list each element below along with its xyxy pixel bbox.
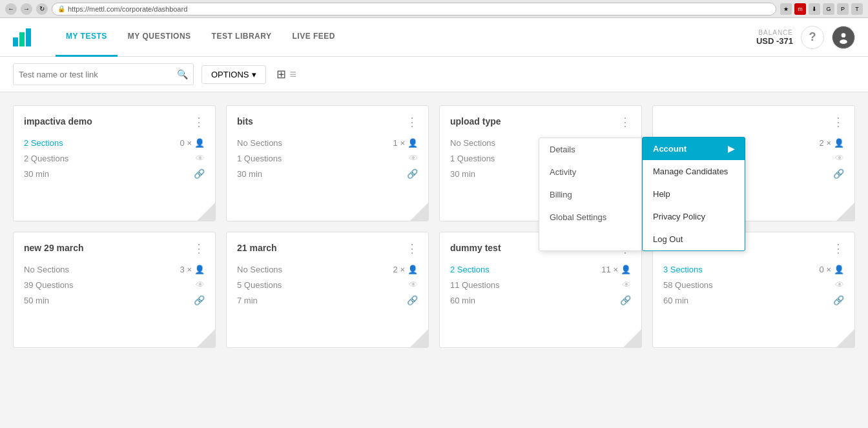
card-body: No Sections 1 × 👤 1 Questions 👁 30 min 🔗: [237, 138, 418, 179]
nav-tab-my-tests[interactable]: MY TESTS: [56, 18, 118, 57]
options-button[interactable]: OPTIONS ▾: [202, 65, 266, 84]
help-button[interactable]: ?: [801, 26, 824, 49]
sections-stat: No Sections: [450, 138, 495, 148]
dropdown-item-global-settings[interactable]: Global Settings: [539, 206, 641, 229]
sections-stat: 2 Sections: [450, 265, 490, 274]
account-label: Account: [653, 144, 687, 154]
search-box[interactable]: 🔍: [13, 63, 194, 85]
options-arrow: ▾: [252, 70, 256, 79]
reload-button[interactable]: ↻: [36, 3, 48, 15]
dropdown-item-details[interactable]: Details: [539, 138, 641, 161]
questions-stat: 11 Questions: [450, 280, 500, 290]
account-submenu-header[interactable]: Account ▶: [643, 138, 745, 160]
candidate-icon: 👤: [408, 265, 418, 274]
eye-icon: 👁: [409, 153, 418, 163]
card-row-sections: 2 Sections 0 × 👤: [24, 138, 205, 148]
time-stat: 50 min: [24, 296, 49, 305]
nav-tab-live-feed[interactable]: LIVE FEED: [282, 18, 346, 57]
candidates: 0 × 👤: [820, 265, 844, 274]
card-row-questions: 39 Questions 👁: [24, 280, 205, 290]
dropdown-item-activity[interactable]: Activity: [539, 161, 641, 183]
nav-tabs: MY TESTS MY QUESTIONS TEST LIBRARY LIVE …: [56, 18, 346, 57]
submenu-item-help[interactable]: Help: [643, 183, 745, 205]
candidates-count: 2 ×: [820, 138, 831, 148]
candidates: 2 × 👤: [820, 138, 844, 148]
nav-tab-my-questions[interactable]: MY QUESTIONS: [118, 18, 202, 57]
card-header: new 29 march ⋮: [24, 243, 205, 254]
card-row-sections: No Sections 2 × 👤: [237, 265, 418, 274]
questions-stat: 58 Questions: [663, 280, 713, 290]
ext5-button[interactable]: T: [851, 3, 863, 15]
submenu-item-manage-candidates[interactable]: Manage Candidates: [643, 160, 745, 183]
card-row-questions: 58 Questions 👁: [663, 280, 844, 290]
candidate-icon: 👤: [194, 265, 205, 274]
card-menu-button[interactable]: ⋮: [832, 116, 844, 128]
card-menu-button[interactable]: ⋮: [406, 243, 418, 254]
sections-stat: 2 Sections: [24, 138, 63, 148]
svg-rect-0: [13, 37, 18, 46]
link-icon: 🔗: [833, 168, 844, 179]
card-header: upload type ⋮: [450, 116, 631, 128]
card-menu-button[interactable]: ⋮: [406, 116, 418, 128]
eye-icon: 👁: [196, 153, 205, 163]
candidates-count: 1 ×: [393, 138, 405, 148]
main-dropdown-menu[interactable]: Details Activity Billing Global Settings: [539, 138, 642, 251]
card-body: No Sections 3 × 👤 39 Questions 👁 50 min …: [24, 265, 205, 305]
svg-rect-2: [26, 28, 31, 46]
card-body: 2 Sections 11 × 👤 11 Questions 👁 60 min …: [450, 265, 631, 305]
ext2-button[interactable]: ⬇: [809, 3, 820, 15]
ext1-button[interactable]: m: [794, 3, 806, 15]
card-menu-button[interactable]: ⋮: [193, 116, 205, 128]
questions-stat: 1 Questions: [237, 154, 282, 163]
card-corner: [410, 329, 428, 347]
ext4-button[interactable]: P: [837, 3, 849, 15]
bookmark-button[interactable]: ★: [780, 3, 792, 15]
card-bits: bits ⋮ No Sections 1 × 👤 1 Questions 👁 3…: [226, 105, 429, 221]
lock-icon: 🔒: [57, 5, 65, 12]
avatar-button[interactable]: [832, 26, 855, 49]
url-text: https://mettl.com/corporate/dashboard: [68, 5, 187, 13]
nav-tab-test-library[interactable]: TEST LIBRARY: [202, 18, 282, 57]
forward-button[interactable]: →: [21, 3, 32, 15]
card-menu-button[interactable]: ⋮: [832, 243, 844, 254]
card-row-sections: No Sections 3 × 👤: [24, 265, 205, 274]
submenu-item-logout[interactable]: Log Out: [643, 228, 745, 250]
eye-icon: 👁: [196, 280, 205, 290]
search-input[interactable]: [19, 70, 177, 79]
questions-stat: 1 Questions: [450, 154, 495, 163]
ext3-button[interactable]: G: [823, 3, 834, 15]
card-row-time: 50 min 🔗: [24, 295, 205, 305]
card-corner: [197, 203, 215, 221]
card-title: new 29 march: [24, 243, 84, 253]
browser-bar: ← → ↻ 🔒 https://mettl.com/corporate/dash…: [0, 0, 868, 18]
time-stat: 60 min: [663, 296, 688, 305]
candidates: 3 × 👤: [180, 265, 205, 274]
card-row-time: 60 min 🔗: [450, 295, 631, 305]
link-icon: 🔗: [194, 168, 205, 179]
candidates-count: 11 ×: [601, 265, 618, 274]
card-menu-button[interactable]: ⋮: [193, 243, 205, 254]
link-icon: 🔗: [620, 295, 631, 305]
dropdown-container: Details Activity Billing Global Settings…: [539, 138, 745, 251]
back-button[interactable]: ←: [5, 3, 17, 15]
card-corner: [410, 203, 428, 221]
card-row-time: 30 min 🔗: [24, 168, 205, 179]
link-icon: 🔗: [833, 295, 844, 305]
view-toggle: ⊞ ≡: [276, 67, 297, 81]
candidate-icon: 👤: [408, 138, 418, 148]
options-label: OPTIONS: [211, 70, 249, 79]
list-view-button[interactable]: ≡: [290, 68, 297, 81]
logo: [13, 26, 36, 49]
grid-view-button[interactable]: ⊞: [276, 67, 286, 81]
eye-icon: 👁: [835, 153, 844, 163]
submenu-item-privacy-policy[interactable]: Privacy Policy: [643, 205, 745, 228]
card-body: No Sections 2 × 👤 5 Questions 👁 7 min 🔗: [237, 265, 418, 305]
account-submenu[interactable]: Account ▶ Manage Candidates Help Privacy…: [642, 137, 745, 251]
card-menu-button[interactable]: ⋮: [619, 116, 631, 128]
app-header: MY TESTS MY QUESTIONS TEST LIBRARY LIVE …: [0, 18, 868, 57]
dropdown-item-billing[interactable]: Billing: [539, 183, 641, 206]
url-bar[interactable]: 🔒 https://mettl.com/corporate/dashboard: [52, 3, 776, 15]
questions-stat: 5 Questions: [237, 280, 282, 290]
search-icon[interactable]: 🔍: [177, 69, 188, 79]
candidate-icon: 👤: [834, 265, 844, 274]
